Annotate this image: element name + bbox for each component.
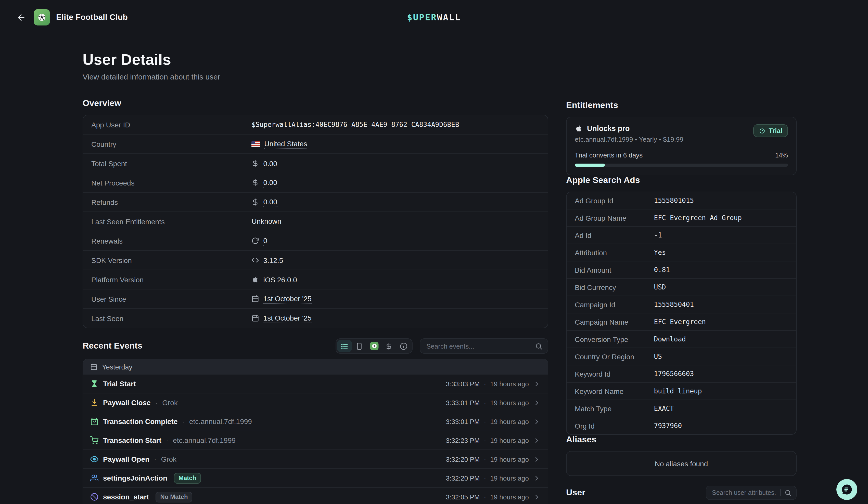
row-value: EFC Evergreen bbox=[654, 318, 706, 326]
events-search bbox=[420, 338, 548, 354]
row-label: Total Spent bbox=[83, 159, 252, 167]
trial-progress-pct: 14% bbox=[775, 151, 788, 159]
overview-table: App User ID$SuperwallAlias:40EC9876-A85E… bbox=[83, 115, 548, 328]
row-value: 0.00 bbox=[252, 178, 277, 187]
topbar: Elite Football Club $UPERWALL bbox=[0, 0, 868, 35]
timer-icon bbox=[759, 127, 766, 134]
chevron-right-icon bbox=[533, 455, 540, 463]
aliases-empty: No aliases found bbox=[566, 451, 797, 476]
event-row[interactable]: Paywall Open·Grok3:32:20 PM·19 hours ago bbox=[83, 450, 548, 468]
event-time: 3:32:23 PM bbox=[446, 437, 480, 444]
event-row[interactable]: Transaction Start·etc.annual.7df.19993:3… bbox=[83, 431, 548, 450]
table-row: AttributionYes bbox=[567, 244, 796, 261]
event-separator: · bbox=[166, 436, 168, 444]
row-value-text: USD bbox=[654, 283, 666, 291]
row-value-text: 0.81 bbox=[654, 266, 670, 274]
row-value: 0.81 bbox=[654, 266, 670, 274]
events-card: Yesterday Trial Start3:33:03 PM·19 hours… bbox=[83, 359, 548, 504]
row-label: Keyword Id bbox=[567, 370, 654, 378]
event-row[interactable]: Paywall Close·Grok3:33:01 PM·19 hours ag… bbox=[83, 393, 548, 412]
row-value: Yes bbox=[654, 249, 666, 256]
events-search-input[interactable] bbox=[425, 342, 531, 350]
event-separator: · bbox=[484, 437, 486, 444]
apple-icon bbox=[575, 124, 583, 133]
row-value: 1555801015 bbox=[654, 197, 694, 204]
trial-badge-label: Trial bbox=[769, 127, 783, 135]
user-section-header: User bbox=[566, 486, 797, 500]
event-separator: · bbox=[484, 380, 486, 388]
event-name: Transaction Start bbox=[103, 436, 162, 444]
aliases-title: Aliases bbox=[566, 435, 797, 445]
event-separator: · bbox=[484, 474, 486, 482]
row-value: 7937960 bbox=[654, 422, 682, 430]
users-icon bbox=[90, 474, 99, 482]
toolbar-app-logo-button[interactable] bbox=[367, 340, 381, 352]
overview-title: Overview bbox=[83, 98, 548, 108]
events-group-header: Yesterday bbox=[83, 359, 548, 375]
recent-events-title: Recent Events bbox=[83, 341, 142, 351]
table-row: Keyword Namebuild lineup bbox=[567, 382, 796, 400]
toolbar-info-button[interactable] bbox=[396, 340, 411, 352]
row-label: User Since bbox=[83, 295, 252, 303]
table-row: Ad Group NameEFC Evergreen Ad Group bbox=[567, 209, 796, 226]
chat-fab-button[interactable] bbox=[836, 479, 857, 500]
row-value: 0.00 bbox=[252, 198, 277, 207]
row-value-text: 0 bbox=[264, 236, 268, 245]
toolbar-list-view-button[interactable] bbox=[337, 340, 352, 352]
slash-circle-icon bbox=[90, 493, 99, 501]
arrow-down-line-icon bbox=[90, 399, 99, 407]
hourglass-icon bbox=[90, 380, 99, 388]
event-detail: etc.annual.7df.1999 bbox=[173, 436, 236, 444]
table-row: CountryUnited States bbox=[83, 134, 548, 154]
event-detail: etc.annual.7df.1999 bbox=[189, 417, 252, 426]
row-value: US bbox=[654, 353, 662, 360]
event-row[interactable]: settingsJoinActionMatch3:32:20 PM·19 hou… bbox=[83, 468, 548, 487]
row-value: build lineup bbox=[654, 387, 702, 395]
back-button[interactable] bbox=[13, 10, 29, 25]
event-ago: 19 hours ago bbox=[490, 418, 529, 425]
row-value: Download bbox=[654, 335, 686, 343]
content: User Details View detailed information a… bbox=[0, 35, 868, 504]
asa-table: Ad Group Id1555801015Ad Group NameEFC Ev… bbox=[566, 192, 797, 435]
row-value-text: Unknown bbox=[252, 217, 281, 226]
event-time: 3:32:20 PM bbox=[446, 474, 480, 482]
event-time: 3:32:20 PM bbox=[446, 455, 480, 463]
row-label: Ad Id bbox=[567, 231, 654, 239]
superwall-logo: $UPERWALL bbox=[407, 12, 461, 22]
row-label: Conversion Type bbox=[567, 335, 654, 343]
event-separator: · bbox=[182, 417, 185, 426]
row-value: 1st October '25 bbox=[252, 314, 312, 323]
dollar-icon bbox=[252, 179, 259, 187]
chevron-right-icon bbox=[533, 418, 540, 425]
row-value: $SuperwallAlias:40EC9876-A85E-4AE9-8762-… bbox=[252, 121, 459, 128]
event-row[interactable]: Trial Start3:33:03 PM·19 hours ago bbox=[83, 375, 548, 393]
event-name: Transaction Complete bbox=[103, 417, 178, 426]
chevron-right-icon bbox=[533, 380, 540, 388]
row-value-text: United States bbox=[265, 139, 307, 149]
event-separator: · bbox=[484, 455, 486, 463]
row-label: App User ID bbox=[83, 120, 252, 129]
event-row[interactable]: Transaction Complete·etc.annual.7df.1999… bbox=[83, 412, 548, 431]
asa-title: Apple Search Ads bbox=[566, 175, 797, 186]
row-value: Unknown bbox=[252, 217, 281, 226]
row-value-text: US bbox=[654, 353, 662, 360]
event-ago: 19 hours ago bbox=[490, 380, 529, 388]
toolbar-revenue-button[interactable] bbox=[381, 340, 396, 352]
page-subtitle: View detailed information about this use… bbox=[83, 72, 548, 81]
toolbar-device-button[interactable] bbox=[352, 340, 367, 352]
event-row[interactable]: session_startNo Match3:32:05 PM·19 hours… bbox=[83, 487, 548, 504]
trial-progress-label: Trial converts in 6 days bbox=[575, 151, 643, 159]
row-label: Ad Group Name bbox=[567, 214, 654, 222]
row-value: -1 bbox=[654, 231, 662, 239]
row-value: United States bbox=[252, 139, 307, 149]
user-attributes-search-input[interactable] bbox=[711, 489, 777, 497]
event-name: Paywall Open bbox=[103, 455, 149, 463]
row-label: Last Seen bbox=[83, 314, 252, 322]
events-group-label: Yesterday bbox=[102, 363, 132, 371]
right-column: Entitlements Unlocks pro etc.annual.7df.… bbox=[566, 51, 797, 504]
row-label: Keyword Name bbox=[567, 387, 654, 395]
table-row: User Since1st October '25 bbox=[83, 289, 548, 308]
entitlement-info: Unlocks pro etc.annual.7df.1999 • Yearly… bbox=[575, 124, 683, 143]
row-label: Campaign Id bbox=[567, 301, 654, 308]
row-value-text: EFC Evergreen Ad Group bbox=[654, 214, 742, 222]
